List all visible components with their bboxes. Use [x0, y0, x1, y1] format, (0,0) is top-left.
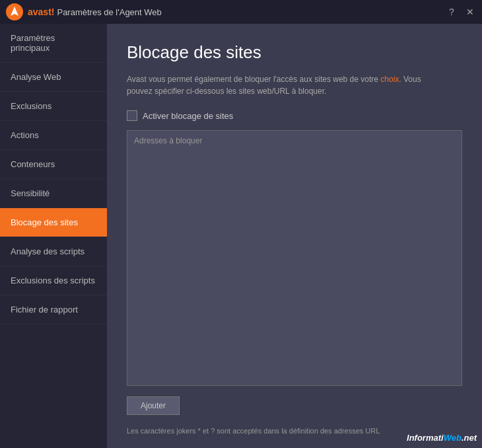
address-list-box[interactable]: Adresses à bloquer	[127, 130, 462, 386]
help-button[interactable]: ?	[445, 5, 458, 19]
sidebar-item-exclusions[interactable]: Exclusions	[0, 92, 107, 121]
watermark-text2: Web	[444, 433, 462, 443]
app-logo: avast!	[5, 3, 54, 21]
checkbox-label: Activer blocage de sites	[143, 111, 233, 121]
title-bar: avast! Paramètres de l'Agent Web ? ✕	[0, 0, 482, 24]
sidebar-item-sensibilite[interactable]: Sensibilité	[0, 179, 107, 208]
main-panel: Blocage des sites Avast vous permet égal…	[107, 24, 482, 448]
sidebar-item-blocage-des-sites[interactable]: Blocage des sites	[0, 208, 107, 237]
sidebar-item-exclusions-des-scripts[interactable]: Exclusions des scripts	[0, 266, 107, 295]
address-placeholder: Adresses à bloquer	[134, 136, 202, 145]
sidebar: Paramètres principauxAnalyse WebExclusio…	[0, 24, 107, 448]
brand-name: avast!	[28, 7, 54, 17]
window-title: Paramètres de l'Agent Web	[57, 7, 161, 17]
description-text: Avast vous permet également de bloquer l…	[127, 73, 430, 97]
sidebar-item-analyse-des-scripts[interactable]: Analyse des scripts	[0, 237, 107, 266]
close-button[interactable]: ✕	[464, 5, 477, 19]
watermark: InformatiWeb.net	[407, 433, 477, 443]
page-title: Blocage des sites	[127, 42, 462, 63]
content-area: Paramètres principauxAnalyse WebExclusio…	[0, 24, 482, 448]
sidebar-item-analyse-web[interactable]: Analyse Web	[0, 63, 107, 92]
avast-logo-icon	[5, 3, 24, 21]
title-bar-actions: ? ✕	[445, 5, 477, 19]
app-window: avast! Paramètres de l'Agent Web ? ✕ Par…	[0, 0, 482, 448]
checkbox-row: Activer blocage de sites	[127, 110, 462, 121]
watermark-text1: Informati	[407, 433, 444, 443]
sidebar-item-actions[interactable]: Actions	[0, 121, 107, 150]
watermark-text3: .net	[462, 433, 477, 443]
add-button[interactable]: Ajouter	[127, 396, 180, 415]
activate-blocking-checkbox[interactable]	[127, 110, 137, 121]
sidebar-item-parametres-principaux[interactable]: Paramètres principaux	[0, 24, 107, 63]
description-link[interactable]: choix	[380, 75, 399, 84]
sidebar-item-fichier-de-rapport[interactable]: Fichier de rapport	[0, 295, 107, 324]
sidebar-item-conteneurs[interactable]: Conteneurs	[0, 150, 107, 179]
